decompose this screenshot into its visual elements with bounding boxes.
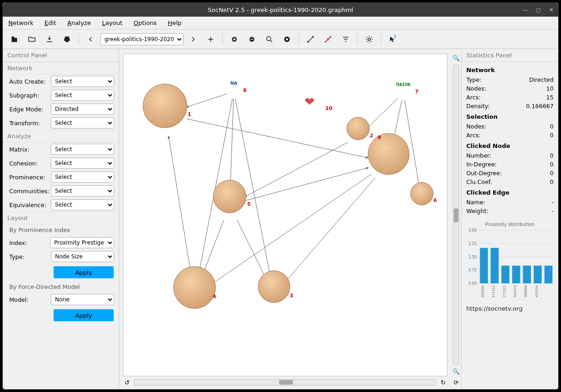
auto-create-select[interactable]: Select — [51, 76, 114, 87]
rotate-cw-icon[interactable]: ↻ — [439, 378, 447, 386]
app-window: SocNetV 2.5 - greek-politics-1990-2020.g… — [2, 2, 559, 390]
transform-label: Transform: — [9, 120, 51, 127]
graph-node-4[interactable] — [173, 266, 216, 309]
equivalence-select[interactable]: Select — [51, 199, 114, 210]
svg-text:0.453704: 0.453704 — [535, 285, 539, 297]
svg-text:1.50: 1.50 — [469, 255, 477, 259]
svg-text:3.00: 3.00 — [469, 228, 477, 233]
graph-node-5[interactable] — [213, 180, 246, 213]
cn-number-value: 0 — [550, 152, 554, 159]
menu-edit[interactable]: Edit — [44, 19, 56, 26]
menu-options[interactable]: Options — [134, 19, 157, 26]
settings-icon[interactable] — [361, 32, 377, 46]
zoom-out-icon[interactable]: 🔍 — [452, 367, 460, 375]
svg-line-20 — [285, 178, 375, 282]
remove-edge-icon[interactable] — [320, 32, 336, 46]
file-selector[interactable]: greek-politics-1990-2020 — [100, 33, 183, 45]
node-label-7: 7 — [415, 89, 419, 95]
add-icon[interactable] — [203, 32, 219, 46]
node-label-1: 1 — [188, 111, 191, 117]
layout-index-select[interactable]: Proximity Prestige — [50, 237, 114, 248]
graph-node-8[interactable]: ΝΔ — [226, 76, 241, 91]
graph-node-7[interactable]: ΠΑΣΟΚ — [396, 77, 411, 92]
stat-type-label: Type: — [466, 76, 482, 83]
prominence-select[interactable]: Select — [51, 172, 114, 183]
filter-icon[interactable] — [338, 32, 354, 46]
menu-help[interactable]: Help — [168, 19, 182, 26]
svg-rect-44 — [523, 266, 531, 283]
transform-select[interactable]: Select — [51, 117, 114, 129]
footer-link[interactable]: https://socnetv.org — [462, 301, 558, 316]
ce-weight-label: Weight: — [466, 208, 488, 214]
apply-prominence-button[interactable]: Apply — [54, 266, 114, 278]
apply-force-button[interactable]: Apply — [54, 309, 114, 321]
sel-arcs-value: 0 — [550, 132, 554, 139]
open-folder-icon[interactable] — [24, 32, 40, 46]
subgraph-select[interactable]: Select — [51, 90, 114, 101]
communities-select[interactable]: Select — [51, 185, 114, 196]
matrix-select[interactable]: Select — [51, 144, 114, 155]
node-label-8: 8 — [243, 87, 247, 93]
stats-clicked-node-heading: Clicked Node — [466, 140, 554, 151]
save-icon[interactable] — [42, 32, 57, 46]
menu-network[interactable]: Network — [8, 19, 33, 26]
graph-node-2[interactable] — [347, 117, 370, 140]
layout-type-select[interactable]: Node Size — [51, 251, 114, 262]
graph-node-9[interactable] — [368, 133, 409, 175]
cn-out-label: Out-Degree: — [466, 170, 502, 177]
new-file-icon[interactable] — [6, 32, 22, 46]
svg-line-17 — [237, 220, 267, 280]
cohesion-select[interactable]: Select — [51, 158, 114, 169]
layout-model-select[interactable]: None — [51, 294, 114, 305]
svg-line-11 — [186, 94, 227, 107]
auto-create-label: Auto Create: — [9, 78, 51, 85]
print-icon[interactable] — [59, 32, 75, 46]
menu-layout[interactable]: Layout — [102, 19, 122, 26]
graph-node-10[interactable]: ❤ — [303, 95, 316, 108]
add-node-icon[interactable] — [226, 32, 242, 46]
stat-nodes-value: 10 — [546, 85, 554, 92]
add-edge-icon[interactable] — [303, 32, 318, 46]
minimize-button[interactable]: — — [522, 6, 529, 13]
vertical-scrollbar[interactable] — [453, 65, 459, 364]
toolbar: greek-politics-1990-2020 ? — [3, 30, 558, 49]
graph-node-1[interactable] — [143, 84, 187, 128]
svg-line-16 — [202, 220, 224, 276]
nav-forward-icon[interactable] — [185, 32, 201, 46]
node-label-9: 9 — [378, 135, 381, 141]
graph-canvas[interactable]: 1435296ΝΔ8ΠΑΣΟΚ7❤10 — [123, 54, 447, 376]
chart-title: Proximity distribution — [463, 222, 556, 228]
edge-mode-label: Edge Mode: — [9, 106, 51, 113]
svg-text:0.00: 0.00 — [469, 282, 477, 286]
find-node-icon[interactable] — [262, 32, 277, 46]
close-button[interactable]: ✕ — [548, 6, 555, 13]
zoom-in-icon[interactable]: 🔍 — [452, 54, 460, 62]
remove-node-icon[interactable] — [244, 32, 260, 46]
layout-type-label: Type: — [9, 253, 51, 260]
edge-mode-select[interactable]: Directed — [51, 104, 114, 115]
rotate-ccw-icon[interactable]: ↺ — [123, 378, 131, 386]
svg-rect-40 — [501, 266, 509, 283]
graph-node-6[interactable] — [410, 182, 433, 205]
graph-node-3[interactable] — [258, 270, 290, 303]
window-title: SocNetV 2.5 - greek-politics-1990-2020.g… — [208, 6, 353, 13]
force-subtitle: By Force-Directed Model — [3, 281, 119, 293]
section-layout-title: Layout — [3, 212, 119, 224]
nav-back-icon[interactable] — [83, 32, 98, 46]
help-cursor-icon[interactable]: ? — [385, 32, 401, 46]
svg-text:0.75: 0.75 — [469, 268, 477, 272]
horizontal-scrollbar[interactable] — [134, 379, 436, 386]
svg-text:0.340278: 0.340278 — [513, 285, 517, 297]
control-panel-title: Control Panel — [3, 49, 119, 62]
prominence-subtitle: By Prominence Index — [3, 224, 119, 236]
cn-in-value: 0 — [550, 161, 554, 168]
svg-point-6 — [312, 36, 314, 37]
sel-nodes-value: 0 — [550, 123, 554, 130]
svg-rect-48 — [544, 266, 552, 283]
menu-analyze[interactable]: Analyze — [67, 19, 91, 26]
node-settings-icon[interactable] — [279, 32, 295, 46]
zoom-reset-icon[interactable]: ⟳ — [452, 378, 460, 386]
stat-density-label: Density: — [466, 103, 490, 110]
maximize-button[interactable]: ▢ — [535, 6, 542, 13]
svg-text:0.000000: 0.000000 — [481, 285, 485, 297]
